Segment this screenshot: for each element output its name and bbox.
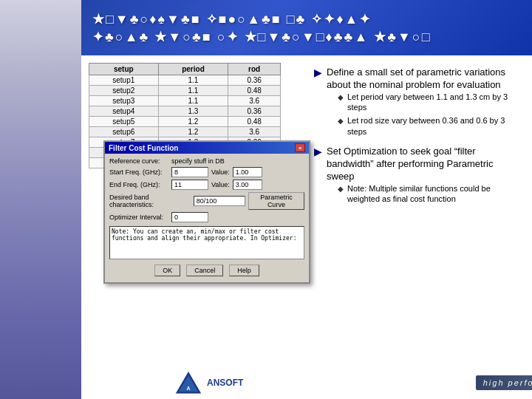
sub-bullet-text: Note: Multiple similar functions could b…: [347, 183, 521, 205]
end-value-input[interactable]: [233, 180, 262, 190]
table-cell: 1.1: [158, 96, 228, 106]
dialog-titlebar: Filter Cost Function ×: [105, 142, 309, 154]
cancel-button[interactable]: Cancel: [186, 265, 223, 276]
left-panel: setup period rod setup11.10.36setup21.10…: [89, 63, 303, 362]
sub-bullet-item: ◆Let rod size vary between 0.36 and 0.6 …: [338, 115, 521, 137]
table-cell: setup1: [89, 75, 159, 86]
desired-band-label: Desired band characteristics:: [109, 194, 191, 208]
title-bar: ★□▼♣○♦♠▼♣■ ✧■●○▲♣■ □♣ ✧✦♦▲✦ ✦♣○▲♣ ★▼○♣■ …: [81, 0, 532, 55]
end-value-label: Value:: [211, 181, 230, 188]
reference-curve-label: Reference curve:: [109, 157, 168, 165]
start-value-label: Value:: [211, 168, 230, 176]
table-row: setup21.10.48: [89, 86, 281, 96]
desired-band-input[interactable]: [194, 196, 245, 206]
ansoft-logo: A ANSOFT: [174, 369, 243, 395]
sub-bullet-item: ◆Note: Multiple similar functions could …: [338, 183, 521, 205]
table-cell: 0.36: [228, 75, 281, 86]
table-row: setup31.13.6: [89, 96, 281, 106]
desired-band-row: Desired band characteristics: Parametric…: [109, 192, 304, 210]
filter-cost-dialog: Filter Cost Function × Reference curve: …: [103, 140, 310, 284]
table-row: setup11.10.36: [89, 75, 281, 86]
table-cell: 0.48: [228, 86, 281, 96]
start-freq-label: Start Freq. (GHz):: [109, 168, 168, 176]
dialog-body: Reference curve: specify stuff in DB Sta…: [105, 154, 309, 282]
table-cell: 1.2: [158, 127, 228, 137]
table-row: setup61.23.6: [89, 127, 281, 137]
bullet-triangle-icon: ▶: [314, 146, 322, 157]
body-area: setup period rod setup11.10.36setup21.10…: [81, 55, 532, 366]
col-header-setup: setup: [89, 64, 159, 75]
ansoft-logo-icon: A: [174, 369, 203, 395]
table-cell: 1.2: [158, 117, 228, 127]
bullet-item: ▶Set Optimization to seek goal “filter b…: [314, 146, 521, 207]
bullet-text: Set Optimization to seek goal “filter ba…: [327, 146, 521, 183]
sub-bullet-diamond-icon: ◆: [338, 93, 344, 101]
ansoft-text: ANSOFT: [207, 378, 243, 388]
table-cell: setup2: [89, 86, 159, 96]
sub-bullet-diamond-icon: ◆: [338, 117, 344, 125]
end-freq-label: End Freq. (GHz):: [109, 181, 168, 188]
main-content: ★□▼♣○♦♠▼♣■ ✧■●○▲♣■ □♣ ✧✦♦▲✦ ✦♣○▲♣ ★▼○♣■ …: [81, 0, 532, 399]
description-textarea[interactable]: Note: You can create an, min/max or filt…: [109, 226, 304, 259]
optimizer-input[interactable]: [171, 212, 208, 222]
table-cell: setup6: [89, 127, 159, 137]
reference-curve-row: Reference curve: specify stuff in DB: [109, 157, 304, 165]
optimizer-label: Optimizer Interval:: [109, 214, 168, 221]
sub-bullet-text: Let rod size vary between 0.36 and 0.6 b…: [347, 115, 521, 137]
table-cell: 3.6: [228, 96, 281, 106]
bullet-item: ▶Define a small set of parametric variat…: [314, 66, 521, 140]
table-cell: setup4: [89, 106, 159, 117]
background-gradient: [0, 0, 81, 399]
start-freq-row: Start Freq. (GHz): Value:: [109, 167, 304, 177]
dialog-close-button[interactable]: ×: [295, 143, 305, 152]
table-cell: setup5: [89, 117, 159, 127]
col-header-period: period: [158, 64, 228, 75]
right-panel: ▶Define a small set of parametric variat…: [310, 63, 525, 362]
optimizer-row: Optimizer Interval:: [109, 212, 304, 222]
end-freq-input[interactable]: [171, 180, 208, 190]
table-cell: 0.48: [228, 117, 281, 127]
hpe-text: high performance EDA: [483, 378, 532, 387]
reference-curve-value: specify stuff in DB: [171, 157, 225, 165]
table-cell: setup3: [89, 96, 159, 106]
col-header-rod: rod: [228, 64, 281, 75]
end-freq-row: End Freq. (GHz): Value:: [109, 180, 304, 190]
dialog-buttons: OK Cancel Help: [109, 265, 304, 279]
ok-button[interactable]: OK: [154, 265, 180, 276]
start-freq-input[interactable]: [171, 167, 208, 177]
slide-title: ★□▼♣○♦♠▼♣■ ✧■●○▲♣■ □♣ ✧✦♦▲✦ ✦♣○▲♣ ★▼○♣■ …: [92, 11, 432, 46]
sub-bullet-diamond-icon: ◆: [338, 185, 344, 193]
table-cell: 3.6: [228, 127, 281, 137]
table-row: setup41.30.36: [89, 106, 281, 117]
dialog-title: Filter Cost Function: [109, 144, 178, 152]
start-value-input[interactable]: [233, 167, 262, 177]
table-cell: 1.1: [158, 86, 228, 96]
sub-bullet-item: ◆Let period vary between 1.1 and 1.3 cm …: [338, 92, 521, 113]
svg-text:A: A: [186, 386, 190, 391]
sub-bullet-text: Let period vary between 1.1 and 1.3 cm b…: [347, 92, 521, 113]
param-curve-button[interactable]: Parametric Curve: [248, 192, 304, 210]
bullet-text: Define a small set of parametric variati…: [327, 66, 521, 92]
table-cell: 1.3: [158, 106, 228, 117]
bullet-triangle-icon: ▶: [314, 66, 322, 78]
footer: A ANSOFT high performance EDA: [163, 366, 532, 399]
help-button[interactable]: Help: [229, 265, 259, 276]
table-cell: 1.1: [158, 75, 228, 86]
hpe-badge: high performance EDA: [476, 375, 532, 390]
table-row: setup51.20.48: [89, 117, 281, 127]
table-cell: 0.36: [228, 106, 281, 117]
